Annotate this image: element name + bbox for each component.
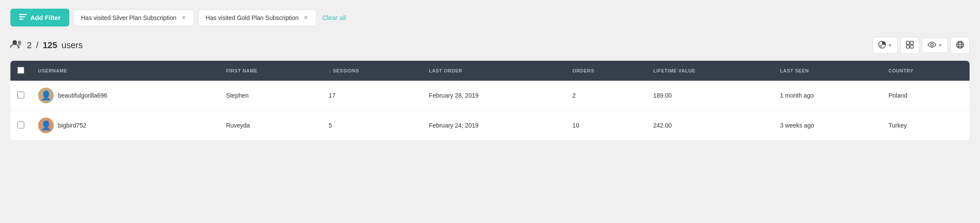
users-current-count: 2	[27, 40, 32, 50]
add-filter-label: Add Filter	[30, 14, 61, 21]
clear-all-button[interactable]: Clear all	[321, 10, 348, 25]
globe-button[interactable]	[951, 37, 970, 54]
filter-bar: Add Filter Has visited Silver Plan Subsc…	[10, 9, 970, 26]
eye-button[interactable]: ▼	[922, 38, 948, 53]
users-table: USERNAME FIRST NAME ↓ SESSIONS LAST ORDE…	[10, 61, 970, 140]
row-country-0: Poland	[882, 81, 970, 111]
filter-chip-silver-remove[interactable]: ×	[181, 14, 186, 21]
filter-chip-gold-label: Has visited Gold Plan Subscription	[206, 14, 299, 21]
svg-rect-7	[910, 41, 913, 44]
filter-chip-silver: Has visited Silver Plan Subscription ×	[74, 10, 194, 26]
header-first-name: FIRST NAME	[219, 61, 322, 81]
row-last-order-0: February 28, 2019	[422, 81, 565, 111]
header-orders: ORDERS	[565, 61, 646, 81]
users-count-bar: 2 / 125 users ▼	[10, 37, 970, 54]
avatar-1	[38, 118, 54, 133]
svg-rect-2	[19, 19, 23, 20]
eye-icon	[928, 42, 936, 49]
table-row: beautifulgorilla696 Stephen 17 February …	[10, 81, 970, 111]
header-lifetime-value: LIFETIME VALUE	[646, 61, 773, 81]
svg-rect-1	[19, 16, 25, 18]
svg-rect-6	[906, 41, 909, 44]
svg-rect-9	[910, 45, 913, 48]
header-country: COUNTRY	[882, 61, 970, 81]
chart-icon	[878, 41, 886, 50]
svg-point-4	[18, 41, 21, 45]
chart-chevron-icon: ▼	[888, 43, 892, 48]
layout-button[interactable]	[900, 37, 919, 54]
table-body: beautifulgorilla696 Stephen 17 February …	[10, 81, 970, 140]
add-filter-button[interactable]: Add Filter	[10, 9, 69, 26]
row-first-name-1: Ruveyda	[219, 111, 322, 141]
row-last-order-1: February 24, 2019	[422, 111, 565, 141]
toolbar-icons: ▼ ▼	[873, 37, 970, 54]
filter-chip-gold: Has visited Gold Plan Subscription ×	[198, 10, 316, 26]
row-orders-1: 10	[565, 111, 646, 141]
eye-chevron-icon: ▼	[938, 43, 942, 48]
row-orders-0: 2	[565, 81, 646, 111]
chart-button[interactable]: ▼	[873, 37, 898, 54]
users-total-count: 125	[43, 40, 57, 50]
header-username: USERNAME	[31, 61, 219, 81]
layout-icon	[906, 41, 914, 50]
table-header: USERNAME FIRST NAME ↓ SESSIONS LAST ORDE…	[10, 61, 970, 81]
row-username-0: beautifulgorilla696	[31, 81, 219, 111]
users-label: users	[62, 40, 83, 50]
row-checkbox-col	[10, 81, 31, 111]
row-first-name-0: Stephen	[219, 81, 322, 111]
svg-rect-8	[906, 45, 909, 48]
globe-icon	[956, 41, 964, 50]
row-checkbox-col	[10, 111, 31, 141]
avatar-0	[38, 88, 54, 103]
row-country-1: Turkey	[882, 111, 970, 141]
row-username-1: bigbird752	[31, 111, 219, 141]
row-sessions-1: 5	[322, 111, 422, 141]
row-sessions-0: 17	[322, 81, 422, 111]
header-last-order: LAST ORDER	[422, 61, 565, 81]
filter-chip-silver-label: Has visited Silver Plan Subscription	[81, 14, 176, 21]
row-checkbox-1[interactable]	[17, 121, 24, 128]
row-checkbox-0[interactable]	[17, 92, 24, 98]
users-count: 2 / 125 users	[10, 39, 83, 51]
row-lifetime-value-1: 242.00	[646, 111, 773, 141]
svg-rect-0	[19, 14, 27, 15]
header-checkbox-col	[10, 61, 31, 81]
row-last-seen-1: 3 weeks ago	[773, 111, 881, 141]
users-separator: /	[36, 40, 39, 50]
row-last-seen-0: 1 month ago	[773, 81, 881, 111]
select-all-checkbox[interactable]	[17, 67, 24, 74]
users-icon	[10, 39, 23, 51]
header-sessions: ↓ SESSIONS	[322, 61, 422, 81]
filter-chip-gold-remove[interactable]: ×	[303, 14, 308, 21]
table-row: bigbird752 Ruveyda 5 February 24, 2019 1…	[10, 111, 970, 141]
svg-point-10	[931, 43, 933, 46]
row-lifetime-value-0: 189.00	[646, 81, 773, 111]
filter-icon	[19, 14, 27, 21]
header-last-seen: LAST SEEN	[773, 61, 881, 81]
